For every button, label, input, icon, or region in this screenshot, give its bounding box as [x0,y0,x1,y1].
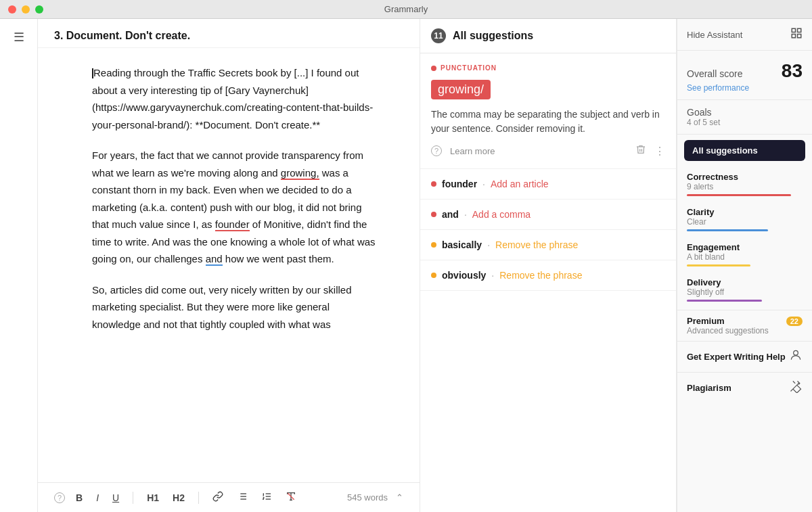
svg-rect-13 [798,28,801,32]
app-body: ☰ 3. Document. Don't create. Reading thr… [0,19,812,512]
goals-section[interactable]: Goals 4 of 5 set [677,100,812,135]
ordered-list-button[interactable] [258,490,275,505]
right-panel: Hide Assistant Overall score 83 See perf… [677,19,812,512]
h2-button[interactable]: H2 [170,491,187,505]
close-button[interactable] [8,5,16,14]
paragraph-3: So, articles did come out, very nicely w… [92,281,379,333]
suggestions-panel-title: All suggestions [453,30,533,42]
toolbar-divider-1 [133,492,133,504]
sidebar-toggle[interactable]: ☰ [0,19,38,512]
help-icon[interactable]: ? [54,492,65,503]
metric-engagement-name: Engagement [687,242,803,252]
list-button[interactable] [234,490,250,505]
engagement-bar [687,264,750,266]
metric-clarity-sub: Clear [687,217,803,227]
separator-1: · [464,209,467,220]
hide-assistant-button[interactable]: Hide Assistant [687,30,742,40]
inline-suggestion-2[interactable]: basically · Remove the phrase [420,230,676,260]
app-title: Grammarly [384,4,428,14]
doc-title: 3. Document. Don't create. [54,30,190,42]
inline-word-0: founder [442,179,477,189]
inline-suggestion-1[interactable]: and · Add a comma [420,200,676,230]
clear-format-button[interactable] [283,490,299,505]
suggestion-actions: ? Learn more ⋮ [431,144,665,158]
inline-action-3: Remove the phrase [499,270,582,281]
svg-rect-14 [798,34,801,38]
svg-rect-12 [792,28,795,32]
metric-delivery[interactable]: Delivery Slightly off [677,272,812,307]
right-panel-header: Hide Assistant [677,27,812,51]
metric-correctness-sub: 9 alerts [687,182,803,191]
main-suggestion-card: PUNCTUATION growing/ The comma may be se… [420,53,676,169]
suggestion-description: The comma may be separating the subject … [431,108,665,136]
score-row: Overall score 83 [687,60,803,82]
metric-engagement-sub: A bit bland [687,252,803,262]
suggestion-help-icon[interactable]: ? [431,145,442,156]
growing-word[interactable]: growing, [281,167,319,180]
minimize-button[interactable] [22,5,30,14]
italic-button[interactable]: I [93,491,102,505]
inline-suggestion-3[interactable]: obviously · Remove the phrase [420,260,676,291]
score-value: 83 [782,60,803,82]
suggestions-header: 11 All suggestions [420,19,676,53]
titlebar: Grammarly [0,0,812,19]
inline-word-3: obviously [442,270,486,281]
h1-button[interactable]: H1 [144,491,162,505]
goals-label: Goals [687,107,803,118]
see-performance-link[interactable]: See performance [687,83,803,93]
highlighted-word[interactable]: growing/ [431,80,491,99]
toolbar-divider-2 [198,492,199,504]
correctness-bar [687,194,791,196]
metric-correctness-name: Correctness [687,172,738,182]
plagiarism-section[interactable]: Plagiarism [677,372,812,403]
panel-icon [790,27,803,42]
window-controls [8,5,43,14]
all-suggestions-button[interactable]: All suggestions [684,140,805,161]
svg-point-16 [794,350,798,355]
paragraph-1: Reading through the Traffic Secrets book… [92,64,379,133]
metric-clarity[interactable]: Clarity Clear [677,202,812,237]
plagiarism-label: Plagiarism [687,383,731,393]
dot-orange-icon-3 [431,273,436,278]
inline-suggestion-0[interactable]: founder · Add an article [420,169,676,200]
inline-action-1: Add a comma [472,209,531,220]
more-options-button[interactable]: ⋮ [654,145,665,158]
metric-engagement[interactable]: Engagement A bit bland [677,237,812,272]
link-button[interactable] [210,490,226,505]
expert-section[interactable]: Get Expert Writing Help [677,341,812,372]
word-count: 545 words [347,492,388,503]
separator-2: · [487,239,490,250]
separator-3: · [491,270,494,281]
suggestions-panel: 11 All suggestions PUNCTUATION growing/ … [420,19,677,512]
inline-word-2: basically [442,239,482,250]
editor-content[interactable]: Reading through the Traffic Secrets book… [38,48,420,482]
cursor [92,68,93,78]
score-label: Overall score [687,68,742,79]
underline-button[interactable]: U [110,491,122,505]
premium-section[interactable]: Premium 22 Advanced suggestions [677,310,812,341]
metric-delivery-sub: Slightly off [687,287,803,297]
clarity-bar [687,229,768,231]
dot-red-icon-1 [431,212,436,217]
word-count-expand[interactable]: ⌃ [396,492,403,503]
maximize-button[interactable] [35,5,43,14]
editor-header: 3. Document. Don't create. [38,19,420,48]
and-word[interactable]: and [206,253,223,266]
menu-icon[interactable]: ☰ [14,30,24,45]
founder-word[interactable]: founder [215,218,250,231]
delete-suggestion-button[interactable] [635,144,646,158]
inline-action-2: Remove the phrase [495,239,578,250]
dot-orange-icon-2 [431,242,436,248]
delivery-bar [687,300,762,302]
separator-0: · [482,179,485,189]
metric-delivery-name: Delivery [687,277,803,287]
suggestions-list: PUNCTUATION growing/ The comma may be se… [420,53,676,512]
metric-correctness[interactable]: Correctness 9 alerts [677,166,812,202]
score-section: Overall score 83 See performance [677,51,812,100]
learn-more-button[interactable]: Learn more [450,146,495,156]
suggestion-count-badge: 11 [431,28,446,43]
bold-button[interactable]: B [73,491,85,505]
action-icons: ⋮ [635,144,665,158]
expert-label: Get Expert Writing Help [687,352,786,362]
dot-red-icon-0 [431,181,436,187]
